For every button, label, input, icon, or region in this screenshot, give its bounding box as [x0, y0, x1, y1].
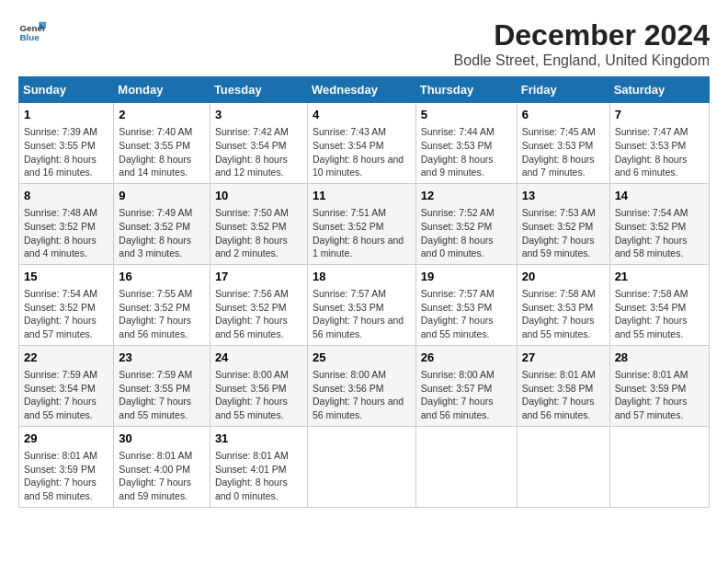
calendar-cell: 23Sunrise: 7:59 AMSunset: 3:55 PMDayligh… [114, 345, 210, 426]
calendar-cell: 26Sunrise: 8:00 AMSunset: 3:57 PMDayligh… [415, 345, 517, 426]
calendar-week-row: 8Sunrise: 7:48 AMSunset: 3:52 PMDaylight… [19, 183, 710, 264]
cell-sun-info: Sunrise: 7:53 AMSunset: 3:52 PMDaylight:… [522, 206, 605, 260]
calendar-cell: 8Sunrise: 7:48 AMSunset: 3:52 PMDaylight… [19, 183, 114, 264]
day-number: 27 [522, 350, 605, 366]
calendar-cell: 7Sunrise: 7:47 AMSunset: 3:53 PMDaylight… [609, 103, 709, 184]
day-number: 16 [119, 269, 205, 285]
calendar-header-row: SundayMondayTuesdayWednesdayThursdayFrid… [19, 77, 710, 103]
cell-sun-info: Sunrise: 7:57 AMSunset: 3:53 PMDaylight:… [313, 287, 411, 341]
calendar-cell: 16Sunrise: 7:55 AMSunset: 3:52 PMDayligh… [114, 264, 210, 345]
calendar-cell: 11Sunrise: 7:51 AMSunset: 3:52 PMDayligh… [307, 183, 415, 264]
cell-sun-info: Sunrise: 8:01 AMSunset: 4:01 PMDaylight:… [215, 449, 302, 503]
cell-sun-info: Sunrise: 7:54 AMSunset: 3:52 PMDaylight:… [24, 287, 108, 341]
calendar-cell: 31Sunrise: 8:01 AMSunset: 4:01 PMDayligh… [210, 426, 307, 507]
day-number: 30 [119, 431, 205, 447]
day-number: 10 [215, 188, 302, 204]
calendar-cell: 4Sunrise: 7:43 AMSunset: 3:54 PMDaylight… [307, 103, 415, 184]
cell-sun-info: Sunrise: 8:00 AMSunset: 3:56 PMDaylight:… [215, 368, 302, 422]
day-number: 8 [24, 188, 108, 204]
day-number: 13 [522, 188, 605, 204]
day-number: 15 [24, 269, 108, 285]
calendar-col-header: Tuesday [210, 77, 307, 103]
cell-sun-info: Sunrise: 7:58 AMSunset: 3:53 PMDaylight:… [522, 287, 605, 341]
cell-sun-info: Sunrise: 8:00 AMSunset: 3:56 PMDaylight:… [313, 368, 411, 422]
day-number: 20 [522, 269, 605, 285]
day-number: 31 [215, 431, 302, 447]
day-number: 26 [421, 350, 512, 366]
day-number: 7 [615, 107, 704, 123]
cell-sun-info: Sunrise: 7:39 AMSunset: 3:55 PMDaylight:… [24, 125, 108, 179]
day-number: 19 [421, 269, 512, 285]
day-number: 5 [421, 107, 512, 123]
calendar-cell: 17Sunrise: 7:56 AMSunset: 3:52 PMDayligh… [210, 264, 307, 345]
calendar-cell: 14Sunrise: 7:54 AMSunset: 3:52 PMDayligh… [609, 183, 709, 264]
calendar-cell: 27Sunrise: 8:01 AMSunset: 3:58 PMDayligh… [517, 345, 609, 426]
calendar-cell: 12Sunrise: 7:52 AMSunset: 3:52 PMDayligh… [415, 183, 517, 264]
calendar-cell: 19Sunrise: 7:57 AMSunset: 3:53 PMDayligh… [415, 264, 517, 345]
day-number: 29 [24, 431, 108, 447]
calendar-col-header: Thursday [415, 77, 517, 103]
calendar-cell: 20Sunrise: 7:58 AMSunset: 3:53 PMDayligh… [517, 264, 609, 345]
day-number: 14 [615, 188, 704, 204]
cell-sun-info: Sunrise: 7:55 AMSunset: 3:52 PMDaylight:… [119, 287, 205, 341]
cell-sun-info: Sunrise: 7:48 AMSunset: 3:52 PMDaylight:… [24, 206, 108, 260]
calendar-cell: 1Sunrise: 7:39 AMSunset: 3:55 PMDaylight… [19, 103, 114, 184]
calendar-col-header: Monday [114, 77, 210, 103]
calendar-week-row: 29Sunrise: 8:01 AMSunset: 3:59 PMDayligh… [19, 426, 710, 507]
calendar-cell [415, 426, 517, 507]
svg-text:Blue: Blue [20, 32, 40, 42]
cell-sun-info: Sunrise: 8:01 AMSunset: 3:59 PMDaylight:… [615, 368, 704, 422]
title-area: December 2024 Bodle Street, England, Uni… [454, 18, 710, 69]
cell-sun-info: Sunrise: 8:00 AMSunset: 3:57 PMDaylight:… [421, 368, 512, 422]
calendar-body: 1Sunrise: 7:39 AMSunset: 3:55 PMDaylight… [19, 103, 710, 508]
cell-sun-info: Sunrise: 7:52 AMSunset: 3:52 PMDaylight:… [421, 206, 512, 260]
calendar-week-row: 22Sunrise: 7:59 AMSunset: 3:54 PMDayligh… [19, 345, 710, 426]
calendar-cell: 21Sunrise: 7:58 AMSunset: 3:54 PMDayligh… [609, 264, 709, 345]
day-number: 17 [215, 269, 302, 285]
cell-sun-info: Sunrise: 8:01 AMSunset: 3:59 PMDaylight:… [24, 449, 108, 503]
cell-sun-info: Sunrise: 7:59 AMSunset: 3:55 PMDaylight:… [119, 368, 205, 422]
page-subtitle: Bodle Street, England, United Kingdom [454, 52, 710, 69]
day-number: 24 [215, 350, 302, 366]
day-number: 21 [615, 269, 704, 285]
cell-sun-info: Sunrise: 7:44 AMSunset: 3:53 PMDaylight:… [421, 125, 512, 179]
calendar-week-row: 1Sunrise: 7:39 AMSunset: 3:55 PMDaylight… [19, 103, 710, 184]
cell-sun-info: Sunrise: 7:58 AMSunset: 3:54 PMDaylight:… [615, 287, 704, 341]
cell-sun-info: Sunrise: 7:47 AMSunset: 3:53 PMDaylight:… [615, 125, 704, 179]
calendar-cell: 25Sunrise: 8:00 AMSunset: 3:56 PMDayligh… [307, 345, 415, 426]
calendar-table: SundayMondayTuesdayWednesdayThursdayFrid… [18, 76, 710, 508]
calendar-cell [307, 426, 415, 507]
calendar-cell: 13Sunrise: 7:53 AMSunset: 3:52 PMDayligh… [517, 183, 609, 264]
calendar-col-header: Friday [517, 77, 609, 103]
calendar-week-row: 15Sunrise: 7:54 AMSunset: 3:52 PMDayligh… [19, 264, 710, 345]
logo-icon: General Blue [18, 18, 46, 46]
day-number: 9 [119, 188, 205, 204]
day-number: 25 [313, 350, 411, 366]
day-number: 3 [215, 107, 302, 123]
calendar-cell: 10Sunrise: 7:50 AMSunset: 3:52 PMDayligh… [210, 183, 307, 264]
calendar-cell: 15Sunrise: 7:54 AMSunset: 3:52 PMDayligh… [19, 264, 114, 345]
calendar-cell: 9Sunrise: 7:49 AMSunset: 3:52 PMDaylight… [114, 183, 210, 264]
logo: General Blue [18, 18, 46, 46]
day-number: 22 [24, 350, 108, 366]
page-header: General Blue December 2024 Bodle Street,… [18, 18, 710, 69]
day-number: 6 [522, 107, 605, 123]
cell-sun-info: Sunrise: 7:59 AMSunset: 3:54 PMDaylight:… [24, 368, 108, 422]
day-number: 1 [24, 107, 108, 123]
day-number: 28 [615, 350, 704, 366]
calendar-cell [517, 426, 609, 507]
day-number: 12 [421, 188, 512, 204]
day-number: 2 [119, 107, 205, 123]
calendar-cell: 18Sunrise: 7:57 AMSunset: 3:53 PMDayligh… [307, 264, 415, 345]
calendar-cell: 29Sunrise: 8:01 AMSunset: 3:59 PMDayligh… [19, 426, 114, 507]
cell-sun-info: Sunrise: 7:40 AMSunset: 3:55 PMDaylight:… [119, 125, 205, 179]
cell-sun-info: Sunrise: 7:49 AMSunset: 3:52 PMDaylight:… [119, 206, 205, 260]
calendar-col-header: Sunday [19, 77, 114, 103]
calendar-cell [609, 426, 709, 507]
calendar-cell: 22Sunrise: 7:59 AMSunset: 3:54 PMDayligh… [19, 345, 114, 426]
calendar-cell: 24Sunrise: 8:00 AMSunset: 3:56 PMDayligh… [210, 345, 307, 426]
cell-sun-info: Sunrise: 7:51 AMSunset: 3:52 PMDaylight:… [313, 206, 411, 260]
cell-sun-info: Sunrise: 7:45 AMSunset: 3:53 PMDaylight:… [522, 125, 605, 179]
cell-sun-info: Sunrise: 7:56 AMSunset: 3:52 PMDaylight:… [215, 287, 302, 341]
day-number: 11 [313, 188, 411, 204]
